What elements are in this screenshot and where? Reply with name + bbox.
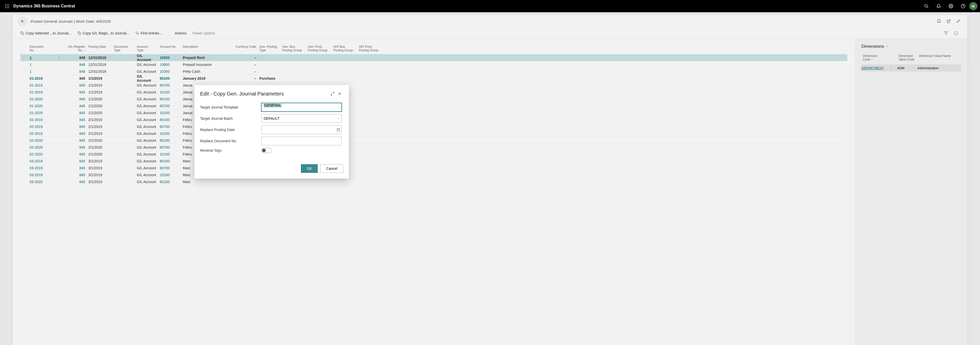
factbox-title[interactable]: Dimensions [861, 44, 961, 49]
doc-no-link[interactable]: 02-2019 [30, 125, 43, 129]
account-link[interactable]: 60700 [160, 166, 170, 170]
reg-no-link[interactable]: 848 [80, 56, 85, 60]
reg-no-link[interactable]: 845 [80, 104, 85, 108]
doc-no-link[interactable]: 01-2020 [30, 97, 43, 101]
col-gl-reg[interactable]: G/L Register No. ↑ [64, 44, 87, 53]
account-link[interactable]: 60100 [160, 77, 170, 80]
table-row[interactable]: 01-20198451/1/2019G/L Account60100Januar… [21, 75, 847, 82]
reverse-toggle[interactable] [261, 148, 272, 153]
doc-no-link[interactable]: 02-2019 [30, 118, 43, 122]
account-link[interactable]: 10100 [160, 111, 170, 115]
table-row[interactable]: 03-20198453/1/2019G/L Account10100Marc [21, 172, 847, 179]
actions-menu[interactable]: Actions [175, 31, 186, 35]
reg-no-link[interactable]: 845 [80, 180, 85, 184]
reg-no-link[interactable]: 845 [80, 77, 85, 80]
reg-no-link[interactable]: 845 [80, 152, 85, 156]
table-row[interactable]: 01-20208451/1/2020G/L Account60100Janua [21, 96, 847, 103]
fb-col-value-name[interactable]: Dimension Value Name [918, 54, 961, 62]
posting-date-input[interactable] [261, 125, 342, 134]
reg-no-link[interactable]: 845 [80, 173, 85, 177]
doc-no-link[interactable]: 1 [30, 62, 32, 67]
factbox-row[interactable]: DEPARTMENT⋮ADMAdministration [861, 64, 961, 72]
doc-no-link[interactable]: 01-2020 [30, 104, 43, 108]
filter-icon[interactable] [942, 29, 950, 37]
table-row[interactable]: 01-20208451/1/2020G/L Account10100Janua [21, 110, 847, 117]
col-acc-type[interactable]: Account Type [135, 44, 158, 53]
reg-no-link[interactable]: 845 [80, 138, 85, 142]
account-link[interactable]: 10600 [160, 62, 170, 67]
doc-no-link[interactable]: 03-2020 [30, 180, 43, 184]
account-link[interactable]: 60700 [160, 104, 170, 108]
table-row[interactable]: 02-20208452/1/2020G/L Account10100Febru [21, 151, 847, 158]
reg-no-link[interactable]: 845 [80, 159, 85, 163]
collapse-icon[interactable] [955, 18, 962, 25]
table-row[interactable]: 01-20208451/1/2020G/L Account60700Janua [21, 103, 847, 110]
table-row[interactable]: 02-20208452/1/2020G/L Account60100Febru [21, 137, 847, 144]
doc-no-link[interactable]: 1 [30, 56, 32, 60]
account-link[interactable]: 60100 [160, 138, 170, 142]
col-gppg[interactable]: Gen. Prod. Posting Group [306, 44, 332, 53]
fb-col-code[interactable]: Dimension Code ↑ [861, 54, 889, 62]
reg-no-link[interactable]: 845 [80, 131, 85, 136]
user-avatar[interactable]: IK [969, 2, 977, 10]
doc-no-link[interactable]: 01-2019 [30, 83, 43, 87]
template-input[interactable]: GENERAL [261, 103, 342, 112]
ok-button[interactable]: OK [301, 164, 318, 173]
reg-no-link[interactable]: 845 [80, 118, 85, 122]
table-row[interactable]: 03-20198453/1/2019G/L Account60700Marc [21, 165, 847, 172]
account-link[interactable]: 10100 [160, 90, 170, 94]
doc-no-link[interactable]: 02-2020 [30, 138, 43, 142]
account-link[interactable]: 10100 [160, 131, 170, 136]
col-acc-no[interactable]: Account No. [158, 44, 181, 53]
col-gpt[interactable]: Gen. Posting Type [258, 44, 281, 53]
table-row[interactable]: 01-20198451/1/2019G/L Account10100Janua [21, 89, 847, 96]
table-row[interactable]: 01-20198451/1/2019G/L Account60700Janua [21, 82, 847, 89]
account-link[interactable]: 60700 [160, 83, 170, 87]
account-link[interactable]: 10100 [160, 152, 170, 156]
doc-no-link[interactable]: 03-2019 [30, 166, 43, 170]
col-doc-no[interactable]: Document No. [28, 44, 56, 53]
doc-no-link[interactable]: 01-2019 [30, 77, 43, 80]
reg-no-link[interactable]: 845 [80, 90, 85, 94]
dimension-code-link[interactable]: DEPARTMENT [861, 66, 884, 70]
account-link[interactable]: 10500 [160, 56, 170, 60]
expand-icon[interactable] [329, 90, 336, 97]
table-row[interactable]: →1⋮84812/31/2018G/L Account10500Prepaid … [21, 54, 847, 61]
doc-no-link[interactable]: 02-2020 [30, 152, 43, 156]
col-doc-type[interactable]: Document Type [112, 44, 135, 53]
reg-no-link[interactable]: 848 [80, 62, 85, 67]
account-link[interactable]: 10100 [160, 173, 170, 177]
doc-no-link[interactable]: 02-2019 [30, 131, 43, 136]
table-row[interactable]: 02-20198452/1/2019G/L Account10100Febru [21, 130, 847, 137]
doc-no-link[interactable]: 1 [30, 69, 32, 73]
doc-no-link[interactable]: 03-2019 [30, 173, 43, 177]
table-row[interactable]: 02-20198452/1/2019G/L Account60100Febru [21, 117, 847, 123]
back-button[interactable] [18, 16, 27, 26]
table-row[interactable]: 03-20198453/1/2019G/L Account60100Marc [21, 158, 847, 165]
table-row[interactable]: 02-20198452/1/2019G/L Account60700Febru [21, 123, 847, 130]
notifications-icon[interactable] [932, 0, 945, 12]
copy-register-button[interactable]: Copy G/L Regis...to Journal... [78, 31, 129, 35]
account-link[interactable]: 60100 [160, 180, 170, 184]
table-row[interactable]: 02-20208452/1/2020G/L Account60700Febru [21, 144, 847, 151]
popout-icon[interactable] [945, 18, 953, 25]
reg-no-link[interactable]: 845 [80, 97, 85, 101]
table-row[interactable]: 184812/31/2018G/L Account10600Prepaid In… [21, 61, 847, 68]
account-link[interactable]: 60100 [160, 159, 170, 163]
reg-no-link[interactable]: 845 [80, 83, 85, 87]
cancel-button[interactable]: Cancel [320, 164, 343, 173]
doc-no-link[interactable]: 01-2020 [30, 111, 43, 115]
table-row[interactable]: 03-20208453/1/2019G/L Account60100Marc [21, 179, 847, 185]
doc-no-link[interactable]: 01-2019 [30, 90, 43, 94]
batch-input[interactable]: DEFAULT [261, 114, 342, 123]
fewer-options-button[interactable]: Fewer options [192, 31, 215, 35]
settings-icon[interactable] [945, 0, 957, 12]
account-link[interactable]: 10300 [160, 69, 170, 73]
account-link[interactable]: 60100 [160, 97, 170, 101]
account-link[interactable]: 60100 [160, 118, 170, 122]
col-gbpg[interactable]: Gen. Bus. Posting Group [281, 44, 306, 53]
info-icon[interactable] [952, 29, 959, 37]
account-link[interactable]: 60700 [160, 125, 170, 129]
col-currency[interactable]: Currency Code [232, 44, 258, 53]
reg-no-link[interactable]: 848 [80, 69, 85, 73]
